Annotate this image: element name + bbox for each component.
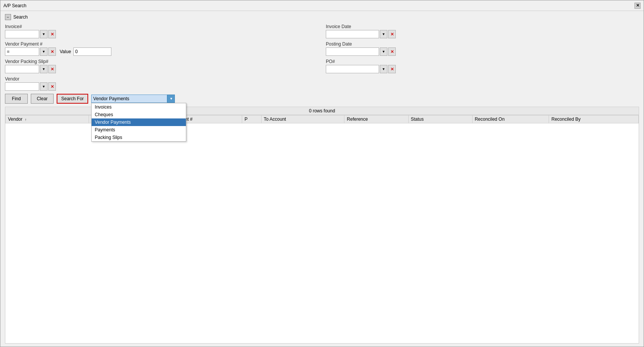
posting-date-field-group: Posting Date ▼ ✕ — [326, 41, 639, 56]
search-for-button[interactable]: Search For — [57, 94, 88, 104]
form-right: Invoice Date ▼ ✕ Posting Date ▼ ✕ — [326, 24, 639, 91]
po-input[interactable] — [326, 65, 379, 73]
value-label: Value — [60, 49, 71, 54]
title-bar-left: A/P Search — [3, 3, 26, 8]
search-for-dropdown-btn[interactable]: ▼ — [167, 95, 175, 103]
vendor-packing-clear-btn[interactable]: ✕ — [48, 65, 56, 73]
col-status[interactable]: Status — [408, 115, 472, 123]
invoice-date-field-row: ▼ ✕ — [326, 30, 639, 38]
section-title: Search — [13, 14, 28, 20]
posting-date-label: Posting Date — [326, 41, 639, 47]
main-window: A/P Search ✕ − Search Invoice# ▼ ✕ — [0, 0, 644, 347]
vendor-packing-label: Vendor Packing Slip# — [5, 59, 318, 64]
results-count: 0 rows found — [309, 108, 335, 114]
invoice-field-row: ▼ ✕ — [5, 30, 318, 38]
col-vendor[interactable]: Vendor ↑ — [6, 115, 89, 123]
invoice-label: Invoice# — [5, 24, 318, 29]
invoice-date-input[interactable] — [326, 30, 379, 38]
window-title: A/P Search — [3, 3, 26, 8]
vendor-input[interactable] — [5, 82, 39, 91]
po-dropdown-btn[interactable]: ▼ — [380, 65, 387, 73]
col-reference[interactable]: Reference — [344, 115, 408, 123]
po-field-group: PO# ▼ ✕ — [326, 59, 639, 73]
vendor-payment-label: Vendor Payment # — [5, 41, 318, 47]
vendor-sort-icon: ↑ — [25, 118, 27, 121]
title-bar: A/P Search ✕ — [0, 0, 644, 11]
vendor-payment-operator-dropdown[interactable]: ▼ — [40, 47, 48, 56]
col-reconciled-on[interactable]: Reconciled On — [472, 115, 549, 123]
dropdown-item-payments[interactable]: Payments — [92, 126, 186, 134]
dropdown-item-cheques[interactable]: Cheques — [92, 111, 186, 118]
invoice-clear-btn[interactable]: ✕ — [48, 30, 56, 38]
search-for-combo: Vendor Payments ▼ Invoices Cheques Vendo… — [91, 95, 175, 103]
col-to-account[interactable]: To Account — [261, 115, 344, 123]
posting-date-field-row: ▼ ✕ — [326, 47, 639, 56]
invoice-date-dropdown-btn[interactable]: ▼ — [380, 30, 387, 38]
po-field-row: ▼ ✕ — [326, 65, 639, 73]
invoice-date-field-group: Invoice Date ▼ ✕ — [326, 24, 639, 38]
vendor-packing-input[interactable] — [5, 65, 39, 73]
close-button[interactable]: ✕ — [634, 3, 641, 9]
vendor-payment-clear-btn[interactable]: ✕ — [48, 47, 56, 56]
form-area: Invoice# ▼ ✕ Vendor Payment # ▼ ✕ Value — [5, 24, 639, 91]
vendor-clear-btn[interactable]: ✕ — [48, 82, 56, 91]
invoice-input[interactable] — [5, 30, 39, 38]
value-input[interactable] — [73, 47, 111, 56]
dropdown-item-packing-slips[interactable]: Packing Slips — [92, 134, 186, 141]
dropdown-item-vendor-payments[interactable]: Vendor Payments — [92, 118, 186, 126]
invoice-date-clear-btn[interactable]: ✕ — [388, 30, 396, 38]
search-for-dropdown-overlay: Invoices Cheques Vendor Payments Payment… — [91, 103, 186, 142]
vendor-packing-dropdown-btn[interactable]: ▼ — [40, 65, 48, 73]
posting-date-clear-btn[interactable]: ✕ — [388, 47, 396, 56]
collapse-button[interactable]: − — [5, 14, 11, 20]
form-left: Invoice# ▼ ✕ Vendor Payment # ▼ ✕ Value — [5, 24, 318, 91]
vendor-packing-field-group: Vendor Packing Slip# ▼ ✕ — [5, 59, 318, 73]
vendor-payment-operator-input[interactable] — [5, 47, 39, 56]
col-p[interactable]: P — [242, 115, 261, 123]
content-area: − Search Invoice# ▼ ✕ Vendor Payment # — [0, 11, 644, 347]
results-table-container[interactable]: Vendor ↑ Currency Vendor Payment # P To … — [5, 115, 639, 344]
vendor-dropdown-btn[interactable]: ▼ — [40, 82, 48, 91]
vendor-field-group: Vendor ▼ ✕ — [5, 76, 318, 91]
vendor-payment-field-group: Vendor Payment # ▼ ✕ Value — [5, 41, 318, 56]
buttons-row: Find Clear Search For Vendor Payments ▼ … — [5, 94, 639, 104]
posting-date-input[interactable] — [326, 47, 379, 56]
section-header: − Search — [5, 14, 639, 20]
dropdown-item-invoices[interactable]: Invoices — [92, 103, 186, 111]
vendor-payment-field-row: ▼ ✕ Value — [5, 47, 318, 56]
invoice-date-label: Invoice Date — [326, 24, 639, 29]
invoice-dropdown-btn[interactable]: ▼ — [40, 30, 48, 38]
clear-button[interactable]: Clear — [31, 94, 54, 104]
vendor-packing-field-row: ▼ ✕ — [5, 65, 318, 73]
invoice-field-group: Invoice# ▼ ✕ — [5, 24, 318, 38]
col-reconciled-by[interactable]: Reconciled By — [549, 115, 639, 123]
find-button[interactable]: Find — [5, 94, 28, 104]
vendor-label: Vendor — [5, 76, 318, 82]
search-for-selected-value[interactable]: Vendor Payments — [91, 95, 167, 103]
posting-date-dropdown-btn[interactable]: ▼ — [380, 47, 387, 56]
po-label: PO# — [326, 59, 639, 64]
po-clear-btn[interactable]: ✕ — [388, 65, 396, 73]
vendor-field-row: ▼ ✕ — [5, 82, 318, 91]
